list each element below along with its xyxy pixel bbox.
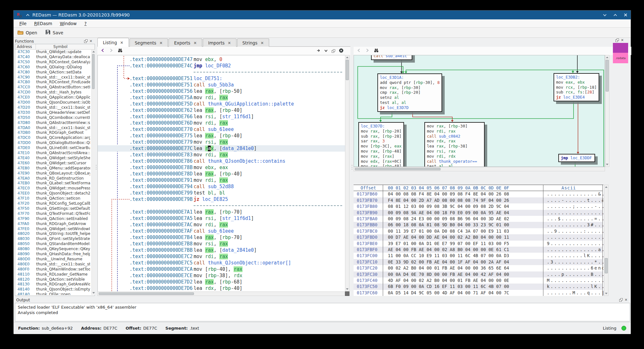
- listing-row[interactable]: .text:00000000000DE7C5call thunk_QJsonOb…: [98, 260, 345, 266]
- hex-row[interactable]: 0173FBA000 09 08 24 E3 00 00 09 08 B6 96…: [354, 216, 602, 222]
- listing-row[interactable]: .text:00000000000DE78Bmov ebx, eax: [98, 164, 345, 171]
- maximize-button[interactable]: [613, 13, 617, 17]
- function-row[interactable]: 48110thunk_RDLoader_GetName: [15, 272, 91, 277]
- function-row[interactable]: 47F10thunk_QAction::setIcon: [15, 196, 91, 201]
- function-row[interactable]: 47CC0thunk_QAbstractButton::setIconSize: [15, 85, 91, 90]
- tab-close-icon[interactable]: ×: [228, 41, 231, 45]
- listing-row[interactable]: .text:00000000000DE7C2mov rdi, rax: [98, 253, 345, 260]
- expand-right-icon[interactable]: [316, 48, 320, 53]
- tab-exports[interactable]: Exports×: [169, 38, 202, 47]
- function-row[interactable]: 47FA0thunk_RDGraph_GetArrow: [15, 222, 91, 227]
- hex-row[interactable]: 0173FC3000 0A D4 0E 70 8D 00 00 FB AE 04…: [354, 271, 602, 277]
- graph-hscrollbar[interactable]: [354, 167, 605, 171]
- collapse-icon[interactable]: [26, 13, 30, 17]
- hex-row[interactable]: 0173FB70F4 8E 04 00 2D A7 AD 08 00 08 08…: [354, 197, 602, 203]
- function-row[interactable]: 47C90thunk_std::__cxx11::basic_string<ch…: [15, 75, 91, 80]
- hex-row[interactable]: 0173FBD000 D7 AE 04 00 DD AE 04 00 02 A2…: [354, 234, 602, 240]
- search-icon[interactable]: [118, 48, 123, 53]
- listing-row[interactable]: .text:00000000000DE7ACmov rdi, rax: [98, 222, 345, 228]
- listing-row[interactable]: .text:00000000000DE794call sub_52d88: [98, 183, 345, 190]
- column-address[interactable]: Address: [17, 44, 32, 49]
- hex-row[interactable]: 0173FC2000 02 A2 B0 04 00 01 FB AE 04 00…: [354, 265, 602, 271]
- listing-row[interactable]: .text:00000000000DE7A1lea rax, [rbp-70]: [98, 209, 345, 215]
- function-row[interactable]: 47C60thunk_QDialog::QDialog: [15, 65, 91, 70]
- graph-back-icon[interactable]: [357, 48, 361, 53]
- function-row[interactable]: 48050thunk_QStandardItemModel::QStan...: [15, 242, 91, 247]
- function-row[interactable]: 47C40thunk_QArrayData::deallocate: [15, 55, 91, 60]
- basic-block[interactable]: mov rax, [rbp-30]mov rdi, raxcall sub_c0…: [424, 122, 485, 167]
- tab-close-icon[interactable]: ×: [261, 41, 264, 45]
- listing-row[interactable]: .text:00000000000DE7B8mov rsi, rax: [98, 241, 345, 247]
- function-row[interactable]: 480D0thunk__Unwind_Resume: [15, 257, 91, 262]
- function-row[interactable]: 47E90thunk_QBoxLayout::QBoxLayout: [15, 171, 91, 176]
- listing-row-current[interactable]: .text:00000000000DE77Clea rax, [data_284…: [98, 145, 345, 152]
- function-row[interactable]: 48120thunk_QAction::setVisible: [15, 277, 91, 282]
- function-row[interactable]: 47F20thunk_RDConfig_SetLogCallback: [15, 201, 91, 206]
- function-row[interactable]: 48080thunk_QKeySequence::QKeySequen...: [15, 247, 91, 252]
- function-row[interactable]: 47FE0thunk_QWidget::setWindowIcon: [15, 227, 91, 232]
- graph-vscrollbar[interactable]: [605, 55, 609, 167]
- basic-block[interactable]: loc_E3D1A:add qword ptr [rbp-30], 8mov r…: [377, 73, 442, 112]
- listing-row[interactable]: .text:00000000000DE786call thunk_QJsonOb…: [98, 158, 345, 164]
- function-row[interactable]: 48020thunk_QString::toUtf8_helper: [15, 231, 91, 236]
- menu-window[interactable]: Window: [56, 20, 80, 27]
- listing-row[interactable]: .text:00000000000DE7CAmov [rbp-40], rax: [98, 266, 345, 272]
- listing-row[interactable]: .text:00000000000DE74Cjmp loc_DF0B2: [98, 63, 345, 69]
- minimize-button[interactable]: [603, 13, 607, 17]
- hex-row[interactable]: 0173FB9000 09 08 9A AE 04 00 18 F0 E0 09…: [354, 210, 602, 216]
- listing-row[interactable]: .text:00000000000DE78Dlea rax, [rbp-40]: [98, 171, 345, 177]
- listing-row[interactable]: .text:00000000000DE7BBlea rax, [data_284…: [98, 247, 345, 253]
- function-row[interactable]: 47EB0thunk_QLabel::setTextFormat: [15, 181, 91, 186]
- hex-row[interactable]: 0173FB8008 01 12 03 00 09 08 3B 9C 04 00…: [354, 203, 602, 209]
- function-row[interactable]: 47E10thunk_QAbstractScrollArea::mouseR..…: [15, 151, 91, 156]
- function-row[interactable]: 48090thunk_QHashData::free_helper: [15, 252, 91, 257]
- function-row[interactable]: 47EC0thunk_QWidget::mousePressEvent: [15, 186, 91, 191]
- function-row[interactable]: 47D50thunk_QComboBox::currentIndex: [15, 115, 91, 120]
- basic-block[interactable]: jmp loc_E3DDF: [558, 154, 595, 162]
- function-row[interactable]: 47E80thunk_QMenu::addSeparator: [15, 166, 91, 171]
- function-row[interactable]: 47CD0thunk_std::_Hash_bytes: [15, 90, 91, 95]
- listing-row[interactable]: .text:00000000000DE747mov ebx, 0: [98, 56, 345, 63]
- segment-block[interactable]: [613, 43, 628, 53]
- basic-block[interactable]: call sub_a4e1c: [371, 55, 412, 60]
- splitter-left[interactable]: [95, 38, 97, 296]
- tab-strings[interactable]: Strings×: [237, 38, 269, 47]
- function-row[interactable]: 47CE0thunk_QApplication::QApplication: [15, 95, 91, 100]
- listing-row[interactable]: .text:00000000000DE7D6lea rdx, [rbp-40]: [98, 285, 345, 291]
- function-row[interactable]: 47F90thunk_QAction::setEnabled: [15, 216, 91, 222]
- resize-grip[interactable]: [345, 291, 349, 296]
- function-row[interactable]: 47D80thunk_QAbstractItemView::setItem...: [15, 120, 91, 126]
- function-row[interactable]: 480F0thunk_QMainWindow::setToolButto...: [15, 267, 91, 272]
- listing-row[interactable]: .text:00000000000DE766lea rsi, [str_11f6…: [98, 113, 345, 120]
- close-dock-icon[interactable]: ✕: [621, 38, 624, 42]
- close-pane-icon[interactable]: [339, 48, 343, 54]
- hex-row[interactable]: 0173FBF0AE 04 00 FB AE 04 00 02 A8 B0 04…: [354, 247, 602, 253]
- hex-row[interactable]: 0173FC506B F0 09 00 0A CD 16 EF 11 03 00…: [354, 284, 602, 290]
- tab-listing[interactable]: Listing×: [97, 38, 129, 47]
- tab-close-icon[interactable]: ×: [159, 41, 163, 45]
- hex-row[interactable]: 0173FC404D AF 04 00 02 A2 B0 04 00 01 FB…: [354, 277, 602, 284]
- function-row[interactable]: 47DD0thunk_QDialogButtonBox::QDialog...: [15, 140, 91, 146]
- function-row[interactable]: 47EA0thunk_RD_GetInstruction: [15, 176, 91, 181]
- function-row[interactable]: 47DB0thunk_RDGraph_GetRoot: [15, 130, 91, 135]
- hexdump-view[interactable]: Offset 00 01 02 03 04 05 06 07 08 09 0A …: [354, 185, 603, 296]
- close-button[interactable]: [624, 13, 627, 17]
- listing-row[interactable]: .text:00000000000DE751loc_DE751:: [98, 75, 345, 82]
- hex-row[interactable]: 0173FC100E 33 9D 02 00 FB AE 04 00 1F AF…: [354, 259, 602, 265]
- menu-file[interactable]: File: [16, 20, 30, 27]
- open-button[interactable]: Open: [17, 30, 37, 36]
- segment-block-rodata[interactable]: .rodata: [613, 53, 628, 63]
- hex-row[interactable]: 0173FBE039 E7 01 00 0A D1 0E E7 99 07 00…: [354, 241, 602, 247]
- hex-row[interactable]: 0173FB6004 00 08 08 F4 8E 04 00 09 08 F4…: [354, 191, 602, 197]
- listing-row[interactable]: .text:00000000000DE79Bjz loc_DE825: [98, 196, 345, 202]
- tab-close-icon[interactable]: ×: [194, 41, 197, 45]
- function-row[interactable]: 47D00thunk_QJsonDocument::isObject: [15, 100, 91, 105]
- listing-row[interactable]: .text:00000000000DE783mov rdi, rax: [98, 152, 345, 158]
- function-row[interactable]: 48130thunk_RDGraph_GetAreaWidth: [15, 282, 91, 287]
- function-row[interactable]: 47DC0thunk_QCoreApplication::arguments: [15, 135, 91, 140]
- hex-row[interactable]: 0173FC600A D5 14 D4 9C 05 00 4D AF 04 00…: [354, 290, 602, 296]
- listing-row[interactable]: .text:00000000000DE7B4lea rax, [rbp-70]: [98, 234, 345, 241]
- function-row[interactable]: 47C80thunk_QAction::setData: [15, 70, 91, 75]
- function-row[interactable]: 47D20thunk_std::__cxx11::basic_string<ch…: [15, 105, 91, 110]
- basic-block[interactable]: loc_E3D7D:mov rax, [rbp-20]sub rax, [rbp…: [358, 122, 404, 167]
